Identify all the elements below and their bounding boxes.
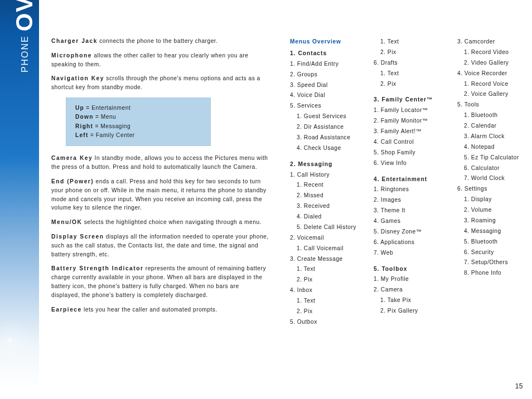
term-end-power: End (Power) [51,178,94,184]
menu-item: 1. My Profile [374,274,441,285]
term-display-screen: Display Screen [51,233,104,240]
menu-item: 2. Pix [290,306,357,317]
desc-earpiece: lets you hear the caller and automated p… [82,306,217,313]
menu-item: 1. Guest Services [290,111,357,122]
menu-item: 1. Text [374,69,441,79]
menu-item: 2. Dir Assistance [290,122,357,133]
menu-item: 1. Call History [290,170,357,181]
menu-item: 1. Text [290,264,357,275]
menu-item: 4. Voice Dial [290,90,357,101]
menu-item: 3. Camcorder [457,37,524,47]
menu-item: 6. Calculator [457,163,524,174]
term-microphone: Microphone [51,52,92,59]
desc-charger-jack: connects the phone to the battery charge… [98,38,218,44]
menu-item: 2. Messaging [290,159,357,170]
key-left-label: Left [75,132,89,138]
key-up-label: Up [75,105,84,111]
menu-item: 1. Record Video [457,47,524,58]
menu-item: 4. Notepad [457,142,524,153]
menu-item: 2. Voicemail [290,233,357,244]
menu-item: 3. Family Alert!™ [374,126,441,137]
menu-col-3: 3. Camcorder1. Record Video2. Video Gall… [457,37,524,328]
term-navigation-key: Navigation Key [51,75,104,81]
menu-item: 1. Text [290,296,357,306]
term-menu-ok: Menu/OK [51,219,82,225]
menu-item: 2. Family Monitor™ [374,116,441,126]
menu-item: 4. Voice Recorder [457,69,524,79]
menu-item: 3. Speed Dial [290,80,357,91]
term-battery-indicator: Battery Strength Indicator [51,265,143,271]
term-charger-jack: Charger Jack [51,38,98,44]
menu-item: 1. Find/Add Entry [290,59,357,70]
key-up-val: = Entertainment [84,105,130,111]
menu-item: 4. Inbox [290,285,357,296]
menu-item: 7. Web [374,248,441,259]
menus-overview-columns: Menus Overview 1. Contacts1. Find/Add En… [290,37,524,328]
term-earpiece: Earpiece [51,306,82,313]
menu-item: 2. Volume [457,205,524,216]
menu-item: 2. Video Gallery [457,58,524,69]
menu-item: 3. Theme It [374,206,441,216]
menu-item: 2. Images [374,195,441,206]
menu-item: 1. Recent [290,180,357,191]
menu-item: 5. Services [290,101,357,111]
menu-item: 5. Tools [457,100,524,110]
menu-item: 5. Shop Family [374,148,441,158]
menu-item: 3. Create Message [290,254,357,265]
menu-item: 2. Pix [290,275,357,285]
menu-item: 1. Text [374,37,441,47]
key-down-label: Down [75,114,94,120]
menu-item: 1. Family Locator™ [374,105,441,116]
menu-item: 2. Missed [290,191,357,201]
menu-item: 3. Alarm Clock [457,132,524,142]
menu-item: 3. Roaming [457,216,524,226]
menu-item: 6. Drafts [374,58,441,69]
menu-col-1: Menus Overview 1. Contacts1. Find/Add En… [290,37,357,328]
menu-item: 1. Bluetooth [457,110,524,121]
menu-item: 4. Check Usage [290,143,357,154]
key-right-label: Right [75,123,93,129]
menu-item: 6. View Info [374,158,441,169]
menu-item: 5. Delete Call History [290,222,357,233]
menu-item: 6. Settings [457,184,524,194]
menu-item: 1. Record Voice [457,79,524,90]
term-camera-key: Camera Key [51,155,93,161]
navkey-legend-box: Up = Entertainment Down = Menu Right = M… [66,98,211,146]
menu-item: 2. Groups [290,70,357,80]
key-right-val: = Messaging [93,123,130,129]
menu-item: 1. Display [457,194,524,205]
menu-item: 4. Games [374,216,441,227]
key-left-val: = Family Center [89,132,135,138]
menu-item: 1. Call Voicemail [290,244,357,254]
menu-col-2: 1. Text2. Pix6. Drafts1. Text2. Pix3. Fa… [374,37,441,328]
menu-item: 2. Pix Gallery [374,306,441,317]
menu-item: 5. Bluetooth [457,237,524,247]
menu-item: 7. Setup/Others [457,257,524,268]
menu-item: 3. Received [290,201,357,212]
key-down-val: = Menu [94,114,117,120]
page-number-right: 15 [515,382,523,390]
menu-item: 2. Pix [374,47,441,58]
menu-item: 6. Applications [374,237,441,248]
section-title: PHONE OVERVIEW [11,0,38,72]
section-main-title: OVERVIEW [11,0,37,31]
menu-item: 3. Road Assistance [290,133,357,143]
menu-item: 1. Contacts [290,48,357,59]
menu-item: 5. Toolbox [374,264,441,275]
menu-item: 4. Messaging [457,226,524,237]
menu-item: 2. Calendar [457,121,524,132]
menu-item: 1. Ringtones [374,184,441,195]
menu-item: 4. Entertainment [374,174,441,185]
menu-item: 5. Ez Tip Calculator [457,153,524,163]
menu-item: 2. Voice Gallery [457,89,524,100]
menu-item: 4. Call Control [374,137,441,148]
menus-overview-title: Menus Overview [290,37,357,47]
menu-item: 4. Dialed [290,212,357,222]
desc-menu-ok: selects the highlighted choice when navi… [82,219,262,225]
menu-item: 1. Take Pix [374,295,441,306]
menu-item: 8. Phone Info [457,268,524,279]
menu-item: 2. Camera [374,285,441,295]
menu-item: 3. Family Center™ [374,95,441,105]
section-subtitle: PHONE [20,36,30,73]
menu-item: 6. Security [457,247,524,258]
